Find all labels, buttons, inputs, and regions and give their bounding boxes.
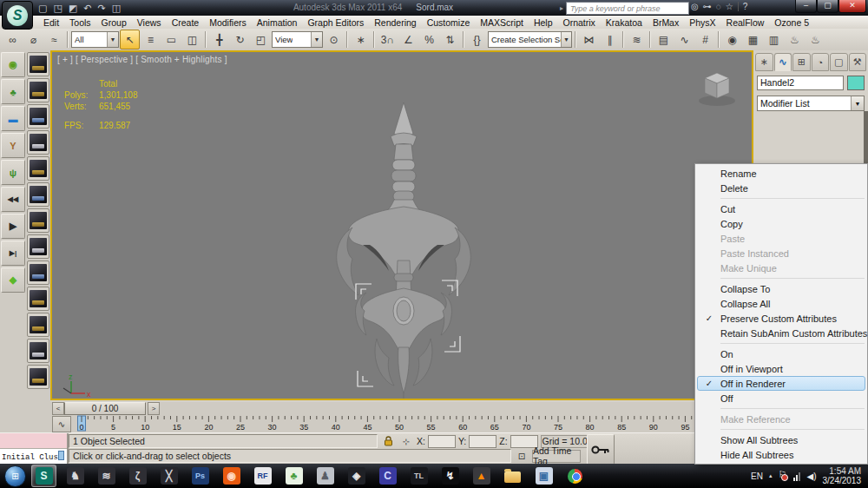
menu-ornatrix[interactable]: Ornatrix [558,17,601,28]
network-icon[interactable] [793,472,800,481]
window-crossing-toggle-icon[interactable]: ◫ [182,30,202,49]
tab-motion[interactable]: ◔ [812,53,830,71]
chevron-down-icon[interactable]: ▼ [311,32,322,47]
menu-physx[interactable]: PhysX [684,17,720,28]
shelf-button-7[interactable] [27,208,49,233]
menu-animation[interactable]: Animation [252,17,303,28]
tab-hierarchy[interactable]: ⊞ [792,53,811,71]
percent-snap-toggle-icon[interactable]: % [419,30,439,49]
context-menu-item-hide-all-subtrees[interactable]: Hide All Subtrees [697,447,865,462]
plant-plugin-icon[interactable]: ♣ [1,79,25,104]
menu-brmax[interactable]: BrMax [648,17,684,28]
y-coordinate-field[interactable] [469,435,496,448]
use-pivot-point-center-icon[interactable]: ⊙ [324,30,344,49]
search-expand-icon[interactable]: ▸ [560,4,563,12]
menu-rendering[interactable]: Rendering [369,17,421,28]
tab-modify[interactable]: ∿ [774,53,792,71]
absolute-offset-toggle-icon[interactable]: ⊹ [398,434,414,449]
menu-create[interactable]: Create [167,17,205,28]
align-icon[interactable]: ∥ [600,30,620,49]
project-folder-icon[interactable]: ◫ [112,3,121,14]
x-coordinate-field[interactable] [428,435,456,448]
layer-manager-icon[interactable]: ≋ [627,30,647,49]
volume-icon[interactable]: ◀) [806,472,816,481]
realflow-icon[interactable]: RF [250,465,275,487]
snaps-toggle-icon[interactable]: 3∩ [378,30,398,49]
tab-create[interactable]: ∗ [755,53,773,71]
object-color-swatch[interactable] [847,76,865,90]
context-menu-item-collapse-to[interactable]: Collapse To [697,281,865,296]
cinema-app-icon[interactable]: C [375,465,400,487]
material-editor-icon[interactable]: ◉ [722,30,742,49]
shelf-button-1[interactable] [27,52,49,76]
menu-edit[interactable]: Edit [38,17,64,28]
photo-viewer-icon[interactable]: ▣ [531,465,556,487]
context-menu-item-delete[interactable]: Delete [697,181,865,195]
context-menu-item-off-in-renderer[interactable]: ✓Off in Renderer [697,376,865,391]
spiral-app-icon[interactable]: ◉ [219,465,244,487]
photoshop-icon[interactable]: Ps [187,465,213,487]
tab-display[interactable]: ▢ [830,53,848,71]
object-name-field[interactable]: Handel2 [757,76,844,90]
curve-editor-icon[interactable]: ∿ [674,30,694,49]
wave-app-icon[interactable]: ≋ [94,465,119,487]
grass-plugin-icon[interactable]: ψ [1,160,25,185]
favorites-star-icon[interactable]: ☆ [726,2,733,11]
shelf-button-10[interactable] [27,287,49,311]
plug-app-icon[interactable]: ↯ [437,465,463,487]
schematic-view-icon[interactable]: # [695,30,715,49]
render-production-icon[interactable]: ♨ [785,30,805,49]
menu-views[interactable]: Views [132,17,167,28]
select-and-link-icon[interactable]: ∞ [3,30,23,49]
select-and-scale-icon[interactable]: ◰ [251,30,271,49]
shelf-button-2[interactable] [27,78,49,102]
rendered-frame-window-icon[interactable]: ▥ [764,30,784,49]
time-slider-handle[interactable]: 0 / 100 [64,402,146,415]
shelf-button-4[interactable] [27,130,49,155]
context-menu-item-off-in-viewport[interactable]: Off in Viewport [697,361,865,376]
tree-app-icon[interactable]: ♣ [281,465,306,487]
viewport-label[interactable]: [ + ] [ Perspective ] [ Smooth + Highlig… [57,55,227,64]
cross-app-icon[interactable]: ╳ [156,465,181,487]
context-menu-item-off[interactable]: Off [697,391,865,406]
3ds-max-taskbar-icon[interactable]: S [31,465,56,487]
physx-plugin-icon[interactable]: ◉ [1,52,25,77]
bind-to-space-warp-icon[interactable]: ≈ [44,30,64,49]
listener-macro-line[interactable] [0,433,67,449]
angle-snap-toggle-icon[interactable]: ∠ [398,30,418,49]
next-frame-arrow[interactable]: > [148,402,160,415]
shelf-button-8[interactable] [27,234,49,259]
add-time-tag[interactable]: Add Time Tag [532,450,581,463]
named-selection-set[interactable]: Create Selection Se▼ [488,31,572,48]
ground-plane-icon[interactable]: ◆ [1,267,25,293]
context-menu-item-retain-subanim-custom-attributes[interactable]: Retain SubAnim Custom Attributes [697,326,865,340]
menu-modifiers[interactable]: Modifiers [204,17,252,28]
tab-utilities[interactable]: ⚒ [849,53,867,71]
explorer-icon[interactable] [500,465,525,487]
redo-icon[interactable]: ↷ [97,3,105,14]
menu-tools[interactable]: Tools [64,17,96,28]
select-and-manipulate-icon[interactable]: ∗ [351,30,371,49]
set-keys-button[interactable] [587,434,615,465]
chevron-down-icon[interactable]: ▼ [561,32,571,47]
unlink-selection-icon[interactable]: ⌀ [23,30,43,49]
select-and-move-icon[interactable]: ╋ [209,30,229,49]
menu-group[interactable]: Group [96,17,132,28]
search-input[interactable] [566,2,689,15]
minimize-button[interactable]: – [795,0,817,13]
chevron-down-icon[interactable]: ▼ [851,96,864,110]
shelf-button-5[interactable] [27,156,49,181]
undo-icon[interactable]: ↶ [83,3,91,14]
reference-coordinate-system[interactable]: View▼ [272,31,323,48]
horse-app-icon[interactable]: ♞ [62,465,88,487]
modifier-list-dropdown[interactable]: Modifier List ▼ [757,96,865,111]
menu-customize[interactable]: Customize [422,17,476,28]
shelf-button-13[interactable] [27,365,49,389]
capsule-plugin-icon[interactable]: ▬ [1,106,25,131]
shelf-button-9[interactable] [27,260,49,285]
mini-curve-editor-button[interactable]: ∿ [52,416,71,432]
rewind-icon[interactable]: ◀◀ [1,187,25,212]
tl-app-icon[interactable]: TL [406,465,431,487]
play-icon[interactable]: ▶ [1,214,25,239]
menu-realflow[interactable]: RealFlow [721,17,770,28]
